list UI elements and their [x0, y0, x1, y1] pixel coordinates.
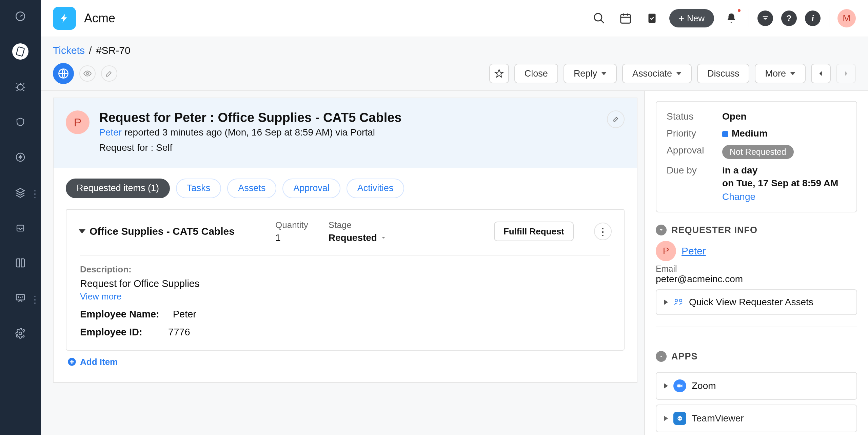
watchers-icon[interactable] [79, 65, 96, 82]
zoom-icon [673, 379, 686, 392]
request-for: Request for : Self [99, 140, 401, 156]
right-panel: Status Open Priority Medium Approval Not… [644, 91, 868, 435]
description-text: Request for Office Supplies [80, 278, 610, 289]
requested-item-card: Office Supplies - CAT5 Cables Quantity 1… [66, 209, 625, 351]
employee-name-label: Employee Name: [80, 309, 159, 320]
add-item-button[interactable]: Add Item [54, 357, 637, 373]
edit-icon[interactable] [101, 65, 117, 82]
tab-tasks[interactable]: Tasks [176, 179, 221, 198]
calendar-icon[interactable] [616, 9, 635, 27]
notification-dot-icon [737, 8, 741, 13]
ticket-header: P Request for Peter : Office Supplies - … [53, 98, 637, 168]
reporter-avatar: P [66, 110, 90, 134]
nav-inbox-icon[interactable] [12, 220, 28, 236]
user-avatar[interactable]: M [837, 9, 856, 27]
due-by-label: Due by [667, 165, 714, 176]
nav-layers-icon[interactable] [12, 184, 28, 201]
nav-presentation-menu-icon[interactable]: ⋮ [30, 293, 40, 305]
fulfill-request-button[interactable]: Fulfill Request [494, 222, 574, 241]
breadcrumb-ticket-id: #SR-70 [96, 45, 131, 56]
due-by-absolute: on Tue, 17 Sep at 8:59 AM [722, 178, 838, 189]
more-button[interactable]: More [755, 64, 806, 83]
clipboard-check-icon[interactable] [643, 9, 661, 27]
discuss-button[interactable]: Discuss [697, 64, 750, 83]
apps-header[interactable]: APPS [656, 351, 857, 362]
priority-value[interactable]: Medium [722, 128, 768, 139]
ticket-meta-line: Peter reported 3 minutes ago (Mon, 16 Se… [99, 125, 401, 140]
nav-presentation-icon[interactable] [12, 290, 28, 306]
svg-point-13 [675, 299, 678, 302]
due-by-relative: in a day [722, 165, 838, 176]
left-nav: ⋮ ⋮ [0, 0, 41, 435]
requester-avatar: P [656, 241, 676, 261]
priority-label: Priority [667, 128, 714, 139]
svg-point-3 [16, 153, 24, 161]
requester-info-header[interactable]: REQUESTER INFO [656, 225, 857, 235]
quick-view-assets-row[interactable]: Quick View Requester Assets [656, 289, 857, 315]
filter-icon[interactable] [757, 11, 773, 26]
notifications-icon[interactable] [722, 9, 741, 27]
next-ticket-button[interactable] [836, 64, 856, 83]
new-button[interactable]: +New [669, 9, 714, 27]
requester-name-link[interactable]: Peter [682, 245, 706, 257]
prev-ticket-button[interactable] [811, 64, 831, 83]
app-teamviewer-row[interactable]: TeamViewer [656, 405, 857, 432]
close-button[interactable]: Close [514, 64, 558, 83]
item-name-toggle[interactable]: Office Supplies - CAT5 Cables [79, 226, 255, 237]
reporter-link[interactable]: Peter [99, 127, 122, 138]
info-icon[interactable]: i [805, 11, 821, 26]
help-icon[interactable]: ? [781, 11, 797, 26]
status-value[interactable]: Open [722, 111, 747, 122]
separator [829, 9, 829, 27]
expand-icon [664, 383, 668, 389]
priority-dot-icon [722, 131, 728, 137]
change-due-link[interactable]: Change [722, 191, 838, 202]
nav-settings-icon[interactable] [12, 325, 28, 341]
top-bar: Acme +New ? i M [41, 0, 868, 37]
expand-icon [664, 299, 668, 305]
tab-requested-items[interactable]: Requested items (1) [66, 179, 170, 198]
nav-layers-menu-icon[interactable]: ⋮ [30, 188, 40, 200]
nav-bugs-icon[interactable] [12, 79, 28, 95]
associate-button[interactable]: Associate [622, 64, 692, 83]
chevron-down-icon [656, 351, 667, 362]
nav-dashboard-icon[interactable] [12, 8, 28, 24]
approval-label: Approval [667, 145, 714, 156]
svg-rect-8 [620, 15, 630, 23]
plus-circle-icon [67, 357, 77, 367]
svg-rect-15 [677, 385, 681, 387]
employee-id-value: 7776 [168, 327, 190, 338]
status-label: Status [667, 111, 714, 122]
breadcrumb-parent-link[interactable]: Tickets [53, 45, 85, 56]
tab-assets[interactable]: Assets [227, 179, 276, 198]
svg-point-11 [86, 72, 89, 75]
stage-select[interactable]: Requested [329, 232, 474, 243]
expand-icon [664, 416, 668, 421]
app-zoom-row[interactable]: Zoom [656, 372, 857, 400]
nav-shield-icon[interactable] [12, 114, 28, 130]
tab-approval[interactable]: Approval [282, 179, 340, 198]
star-button[interactable] [489, 64, 509, 83]
view-more-link[interactable]: View more [80, 291, 610, 302]
nav-book-icon[interactable] [12, 255, 28, 271]
nav-bolt-icon[interactable] [12, 149, 28, 165]
item-menu-button[interactable]: ⋮ [594, 223, 612, 240]
tab-activities[interactable]: Activities [347, 179, 405, 198]
requester-email: peter@acmeinc.com [656, 274, 857, 285]
source-globe-icon[interactable] [53, 63, 74, 84]
ticket-title: Request for Peter : Office Supplies - CA… [99, 110, 401, 125]
separator [749, 9, 749, 27]
svg-point-2 [18, 84, 23, 90]
chevron-down-icon [656, 225, 667, 235]
description-label: Description: [80, 264, 610, 275]
reply-button[interactable]: Reply [564, 64, 617, 83]
employee-name-value: Peter [173, 309, 196, 320]
nav-tickets-icon[interactable] [12, 43, 28, 60]
employee-id-label: Employee ID: [80, 327, 155, 338]
sub-header: Tickets / #SR-70 Close Reply Associate D… [41, 37, 868, 91]
email-label: Email [656, 264, 857, 274]
svg-point-6 [19, 332, 22, 335]
search-icon[interactable] [590, 9, 608, 27]
edit-ticket-button[interactable] [607, 110, 625, 128]
assets-icon [673, 297, 684, 307]
